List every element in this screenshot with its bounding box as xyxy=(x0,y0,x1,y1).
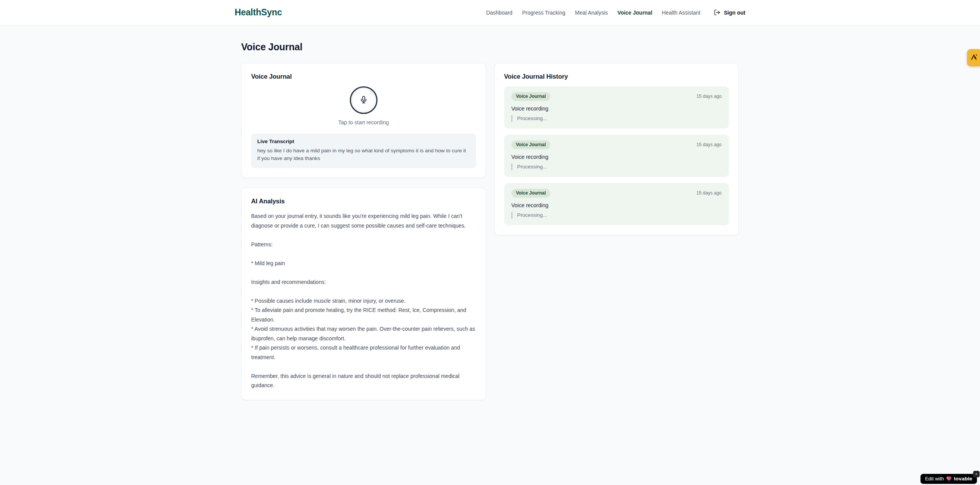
sign-out-button[interactable]: Sign out xyxy=(714,9,745,16)
nav-item-meal-analysis[interactable]: Meal Analysis xyxy=(575,10,608,16)
top-navigation-bar: HealthSync Dashboard Progress Tracking M… xyxy=(0,0,980,25)
entry-type-badge: Voice Journal xyxy=(512,92,551,101)
entry-header: Voice Journal 15 days ago xyxy=(512,92,722,101)
entry-header: Voice Journal 15 days ago xyxy=(512,189,722,198)
nav-item-dashboard[interactable]: Dashboard xyxy=(486,10,513,16)
voice-journal-recorder-card: Voice Journal Tap to start recordin xyxy=(241,63,486,178)
entry-title: Voice recording xyxy=(512,154,722,160)
topbar-inner: HealthSync Dashboard Progress Tracking M… xyxy=(235,0,745,25)
history-entry-list: Voice Journal 15 days ago Voice recordin… xyxy=(504,86,729,225)
lovable-brand-label: lovable xyxy=(954,476,972,482)
entry-timestamp: 15 days ago xyxy=(697,142,722,147)
voice-journal-history-card: Voice Journal History Voice Journal 15 d… xyxy=(494,63,739,235)
entry-header: Voice Journal 15 days ago xyxy=(512,140,722,149)
extension-lambda-icon xyxy=(970,53,980,63)
entry-timestamp: 15 days ago xyxy=(697,190,722,196)
sign-out-label: Sign out xyxy=(724,10,745,16)
nav-item-progress-tracking[interactable]: Progress Tracking xyxy=(522,10,565,16)
main-nav: Dashboard Progress Tracking Meal Analysi… xyxy=(486,9,745,16)
entry-type-badge: Voice Journal xyxy=(512,189,551,198)
history-card-title: Voice Journal History xyxy=(504,73,729,80)
content-grid: Voice Journal Tap to start recordin xyxy=(241,63,739,400)
ai-analysis-card: AI Analysis Based on your journal entry,… xyxy=(241,188,486,400)
nav-item-health-assistant[interactable]: Health Assistant xyxy=(662,10,700,16)
history-entry: Voice Journal 15 days ago Voice recordin… xyxy=(504,183,729,225)
record-button[interactable] xyxy=(350,86,377,114)
recorder-area: Tap to start recording xyxy=(251,86,476,125)
entry-status: Processing... xyxy=(512,115,722,122)
app-logo: HealthSync xyxy=(235,7,282,18)
recorder-card-title: Voice Journal xyxy=(251,73,476,80)
history-entry: Voice Journal 15 days ago Voice recordin… xyxy=(504,86,729,129)
page-title: Voice Journal xyxy=(241,41,739,53)
tap-to-record-hint: Tap to start recording xyxy=(338,119,389,125)
lovable-heart-icon xyxy=(946,476,952,481)
entry-title: Voice recording xyxy=(512,202,722,208)
left-column: Voice Journal Tap to start recordin xyxy=(241,63,486,400)
microphone-icon xyxy=(359,96,368,105)
main-content: Voice Journal Voice Journal xyxy=(241,25,739,400)
entry-type-badge: Voice Journal xyxy=(512,140,551,149)
history-entry: Voice Journal 15 days ago Voice recordin… xyxy=(504,135,729,177)
sign-out-icon xyxy=(714,9,720,16)
nav-item-voice-journal[interactable]: Voice Journal xyxy=(617,10,652,16)
entry-status: Processing... xyxy=(512,212,722,219)
edit-with-label: Edit with xyxy=(925,476,944,482)
live-transcript-text: hey so like I do have a mild pain in my … xyxy=(257,147,470,162)
browser-extension-tab[interactable] xyxy=(967,49,980,66)
entry-status: Processing... xyxy=(512,163,722,170)
live-transcript-title: Live Transcript xyxy=(257,139,470,144)
entry-timestamp: 15 days ago xyxy=(697,94,722,99)
ai-analysis-title: AI Analysis xyxy=(251,198,476,205)
live-transcript-box: Live Transcript hey so like I do have a … xyxy=(251,134,476,168)
edit-with-lovable-badge[interactable]: Edit with lovable × xyxy=(920,474,977,484)
ai-analysis-body: Based on your journal entry, it sounds l… xyxy=(251,211,476,390)
badge-close-icon[interactable]: × xyxy=(973,471,980,477)
entry-title: Voice recording xyxy=(512,106,722,112)
